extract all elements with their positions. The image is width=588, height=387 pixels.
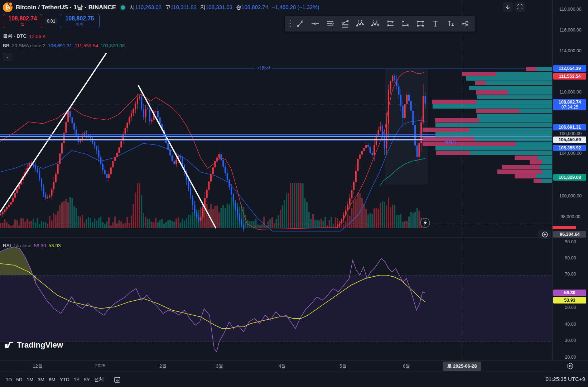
trade-panel: 108,802.74 셀 0.01 108,802.75 바이 — [3, 14, 100, 28]
toolbar-drag-handle[interactable] — [287, 16, 293, 31]
price-tick: 116,000.00 — [553, 28, 588, 33]
bb-upper-value: 111,553.54 — [74, 43, 98, 48]
text-tool-button[interactable] — [428, 16, 443, 31]
drawing-toolbar: 15AC — [285, 16, 475, 32]
rsi-legend[interactable]: RSI 14 close 59.30 53.93 — [3, 243, 61, 248]
spread-value: 0.01 — [45, 18, 57, 24]
time-tick: 3월 — [216, 363, 223, 369]
price-tick: 104,000.00 — [553, 151, 588, 156]
price-tick: 90.00 — [553, 239, 588, 244]
parallel-channel-icon — [326, 20, 334, 28]
svg-text:A: A — [373, 20, 374, 22]
buy-button[interactable]: 108,802.75 바이 — [60, 14, 99, 28]
range-button-ytd[interactable]: YTD — [58, 376, 72, 384]
trend-line-tool-button[interactable] — [293, 16, 308, 31]
open-value: 110,263.02 — [135, 4, 162, 10]
xabcd-pattern-tool-button[interactable]: AC — [368, 16, 383, 31]
forecast-icon — [401, 20, 409, 28]
time-axis[interactable]: 토 2025-06-28 12월20252월3월4월5월6월 — [0, 360, 588, 372]
horizontal-line-icon — [311, 20, 319, 28]
resistance-line-label[interactable]: 저항선 — [255, 65, 272, 71]
fixed-range-volume-profile-icon — [462, 20, 469, 28]
axis-settings-icon[interactable] — [567, 362, 574, 371]
range-button-5d[interactable]: 5D — [14, 376, 24, 384]
time-tick: 2025 — [95, 363, 106, 368]
range-button-5y[interactable]: 5Y — [82, 376, 92, 384]
low-value: 108,331.03 — [206, 4, 232, 10]
clock[interactable]: 01:25:35 UTC+9 — [546, 376, 585, 382]
anchored-text-tool-button[interactable] — [443, 16, 458, 31]
sell-button[interactable]: 108,802.74 셀 — [3, 14, 42, 28]
price-label: 101,829.08 — [553, 174, 586, 181]
go-to-date-button[interactable] — [112, 372, 123, 387]
svg-text:1: 1 — [358, 20, 360, 22]
bottom-toolbar: 1D5D1M3M6MYTD1Y5Y전체 — [0, 372, 588, 387]
scroll-down-button[interactable] — [503, 2, 513, 12]
time-tick: 2월 — [159, 363, 167, 369]
price-tick: 110,000.00 — [553, 90, 588, 95]
rectangle-tool-button[interactable] — [413, 16, 428, 31]
bitcoin-logo-icon: ₿ — [3, 3, 13, 12]
close-value: 108,802.74 — [241, 4, 268, 10]
tradingview-app: 저항선 지지선 ₿ Bitcoin / TetherUS · 1날 · BINA… — [0, 0, 588, 387]
projection-tool-button[interactable] — [383, 16, 398, 31]
fixed-range-volume-profile-tool-button[interactable] — [458, 16, 473, 31]
projection-icon — [386, 20, 394, 28]
price-label: 108,802.7407:34:25 — [553, 99, 586, 110]
support-line-label[interactable]: 지지선 — [445, 140, 457, 145]
bb-lower-value: 101,829.08 — [101, 43, 125, 48]
range-button-6m[interactable]: 6M — [47, 376, 58, 384]
quick-order-icon[interactable] — [419, 217, 431, 230]
price-tick: 118,000.00 — [553, 7, 588, 12]
range-button-1m[interactable]: 1M — [25, 376, 36, 384]
time-tick: 5월 — [339, 363, 347, 369]
text-icon — [432, 20, 439, 28]
range-button-3m[interactable]: 3M — [35, 376, 47, 384]
price-tick: 98,000.00 — [553, 214, 588, 219]
price-label: 105,450.69 — [553, 137, 586, 143]
tradingview-logo-icon — [4, 340, 14, 350]
xabcd-pattern-icon: AC — [371, 20, 379, 28]
symbol-header: ₿ Bitcoin / TetherUS · 1날 · BINANCE 시110… — [3, 3, 319, 12]
hidden-red-price-label — [553, 226, 576, 229]
volume-legend[interactable]: 볼륨 · BTC 12.56 K — [3, 33, 46, 39]
price-tick: 20.00 — [553, 355, 588, 360]
forecast-tool-button[interactable] — [398, 16, 413, 31]
price-label: 96,304.64 — [553, 231, 586, 238]
market-status-icon[interactable] — [121, 5, 125, 10]
horizontal-line-tool-button[interactable] — [308, 16, 323, 31]
fib-retracement-tool-button[interactable] — [338, 16, 353, 31]
price-label: 112,054.39 — [553, 65, 586, 72]
bb-legend[interactable]: BB 20 SMA close 2 106,691.31 111,553.54 … — [3, 43, 125, 48]
price-label: 105,355.92 — [553, 145, 586, 151]
price-tick: 106,000.00 — [553, 131, 588, 136]
time-tick: 12월 — [33, 363, 42, 369]
range-button-1y[interactable]: 1Y — [72, 376, 82, 384]
price-tick: 80.00 — [553, 255, 588, 261]
price-tick: 30.00 — [553, 338, 588, 343]
change-value: −1,460.28 (−1.32%) — [272, 4, 319, 11]
price-tick: 50.00 — [553, 305, 588, 310]
symbol-title[interactable]: Bitcoin / TetherUS · 1날 · BINANCE — [16, 3, 116, 11]
parallel-channel-tool-button[interactable] — [323, 16, 338, 31]
fullscreen-button[interactable] — [515, 2, 525, 12]
range-button-전체[interactable]: 전체 — [92, 375, 106, 384]
price-label: 111,553.54 — [553, 73, 586, 80]
price-tick: 70.00 — [553, 272, 588, 277]
high-value: 110,311.82 — [170, 4, 197, 10]
price-tick: 100,000.00 — [553, 194, 588, 199]
fib-retracement-icon — [341, 20, 349, 28]
time-tick: 4월 — [279, 363, 286, 369]
add-order-plus-button[interactable] — [538, 230, 551, 239]
tradingview-watermark: TradingView — [4, 340, 63, 350]
elliott-wave-icon: 15 — [356, 20, 364, 28]
range-button-1d[interactable]: 1D — [4, 376, 14, 384]
elliott-wave-tool-button[interactable]: 15 — [353, 16, 368, 31]
price-label: 53.93 — [553, 297, 586, 304]
rectangle-icon — [416, 20, 424, 28]
collapse-legends-button[interactable]: ︿ — [3, 53, 12, 61]
price-tick: 114,000.00 — [553, 48, 588, 53]
crosshair-date-badge: 토 2025-06-28 — [443, 362, 481, 371]
chart-canvas[interactable] — [0, 0, 552, 360]
price-axis[interactable]: 118,000.00116,000.00114,000.00110,000.00… — [552, 0, 588, 360]
